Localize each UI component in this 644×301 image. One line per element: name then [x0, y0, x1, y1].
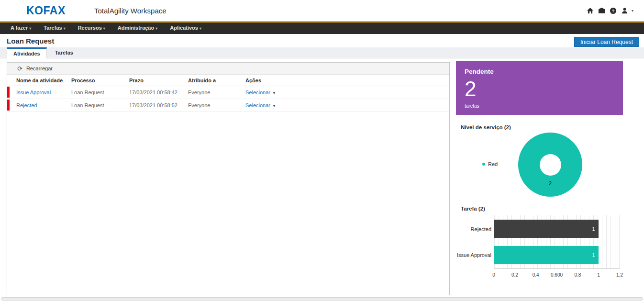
select-action-label: Selecionar — [245, 89, 270, 95]
chevron-down-icon: ▾ — [103, 26, 105, 31]
col-header-due: Prazo — [129, 78, 188, 83]
process-cell: Loan Request — [71, 102, 129, 108]
x-tick-label: 0.4 — [533, 272, 539, 278]
bar-category-label: Rejected — [471, 226, 491, 232]
footer-bar — [1, 297, 643, 301]
x-tick-label: 0.600 — [551, 272, 563, 278]
legend-marker-icon — [482, 163, 485, 166]
chevron-down-icon: ▾ — [200, 26, 201, 31]
tab-atividades[interactable]: Atividades — [7, 47, 47, 58]
bar-value-label: 1 — [592, 226, 595, 232]
nav-item-label: Recursos — [78, 25, 102, 31]
actions-cell: Selecionar▼ — [245, 102, 449, 108]
nav-item-label: A fazer — [11, 25, 28, 31]
page-title: Loan Request — [7, 37, 54, 45]
table-row: Rejected Loan Request 17/03/2021 00:58:5… — [7, 99, 449, 112]
x-tick-label: 0.2 — [511, 272, 518, 278]
x-tick-label: 1.2 — [616, 272, 623, 278]
service-level-chart-title: Nível de serviço (2) — [461, 124, 511, 130]
x-axis-ticks: 0 0.2 0.4 0.600 0.8 1 1.2 — [494, 272, 620, 278]
app-title: TotalAgility Workspace — [94, 7, 167, 15]
user-menu-caret-icon[interactable]: ▾ — [632, 9, 633, 13]
activity-link[interactable]: Rejected — [16, 102, 37, 108]
top-header: KOFAX TotalAgility Workspace ? ▾ — [0, 0, 644, 21]
x-tick-label: 1 — [597, 272, 600, 278]
nav-item-a-fazer[interactable]: A fazer▾ — [4, 22, 37, 34]
actions-cell: Selecionar▼ — [245, 89, 449, 95]
pending-summary-card[interactable]: Pendente 2 tarefas — [456, 61, 623, 115]
dropdown-caret-icon[interactable]: ▼ — [272, 104, 276, 108]
activity-name-cell: Issue Approval — [7, 89, 71, 95]
task-chart-title: Tarefa (2) — [461, 206, 485, 212]
kofax-logo: KOFAX — [26, 4, 66, 17]
priority-flag — [7, 87, 10, 98]
svg-text:?: ? — [612, 8, 615, 13]
donut-hole — [540, 154, 561, 176]
col-header-actions: Ações — [245, 78, 449, 83]
user-icon[interactable] — [621, 7, 629, 14]
tabs: Atividades Tarefas — [7, 47, 81, 58]
activity-name-cell: Rejected — [7, 102, 71, 108]
start-loan-request-button[interactable]: Iniciar Loan Request — [574, 37, 639, 47]
table-row: Issue Approval Loan Request 17/03/2021 0… — [7, 86, 449, 99]
home-icon[interactable] — [587, 7, 594, 14]
chevron-down-icon: ▾ — [155, 26, 157, 31]
bar-issue-approval[interactable]: 1 — [494, 246, 599, 264]
task-bar-chart-plot: 1 1 — [494, 215, 620, 269]
nav-item-recursos[interactable]: Recursos▾ — [72, 22, 111, 34]
card-title: Pendente — [465, 68, 614, 75]
due-cell: 17/03/2021 00:58:42 — [129, 89, 188, 95]
nav-item-tarefas[interactable]: Tarefas▾ — [37, 22, 71, 34]
card-count: 2 — [465, 78, 614, 100]
donut-legend[interactable]: Red — [482, 161, 498, 167]
col-header-process: Processo — [71, 78, 129, 83]
col-header-name: Nome da atividade — [7, 78, 71, 83]
table-header-row: Nome da atividade Processo Prazo Atribuí… — [7, 75, 449, 86]
due-cell: 17/03/2021 00:58:52 — [129, 102, 188, 108]
select-action-dropdown[interactable]: Selecionar — [245, 89, 270, 95]
app-window: KOFAX TotalAgility Workspace ? ▾ A fazer… — [0, 0, 644, 301]
dropdown-caret-icon[interactable]: ▼ — [272, 91, 276, 95]
legend-label: Red — [488, 161, 498, 167]
assigned-cell: Everyone — [188, 89, 245, 95]
assigned-cell: Everyone — [188, 102, 245, 108]
chevron-down-icon: ▾ — [29, 26, 31, 31]
reload-label: Recarregar — [26, 66, 53, 71]
nav-item-label: Tarefas — [44, 25, 62, 31]
refresh-icon: ⟳ — [17, 66, 22, 72]
select-action-dropdown[interactable]: Selecionar — [245, 102, 270, 108]
help-icon[interactable]: ? — [610, 7, 617, 14]
main-nav: A fazer▾ Tarefas▾ Recursos▾ Administraçã… — [0, 21, 644, 34]
select-action-label: Selecionar — [245, 102, 270, 108]
nav-item-aplicativos[interactable]: Aplicativos▾ — [164, 22, 208, 34]
col-header-assigned: Atribuído a — [188, 78, 245, 83]
nav-item-administracao[interactable]: Administração▾ — [111, 22, 164, 34]
priority-flag — [7, 100, 10, 111]
nav-item-label: Administração — [118, 25, 154, 31]
bar-category-label: Issue Approval — [457, 252, 491, 258]
x-tick-label: 0.8 — [574, 272, 581, 278]
activity-link[interactable]: Issue Approval — [16, 89, 51, 95]
bar-value-label: 1 — [592, 253, 595, 258]
service-level-donut-chart[interactable]: 2 — [518, 133, 582, 197]
reload-button[interactable]: ⟳ Recarregar — [7, 63, 449, 75]
process-cell: Loan Request — [71, 89, 129, 95]
donut-value-label: 2 — [549, 180, 552, 186]
x-tick-label: 0 — [492, 272, 495, 278]
bar-rejected[interactable]: 1 — [494, 220, 599, 238]
header-icons: ? ▾ — [587, 0, 633, 21]
card-unit: tarefas — [465, 103, 614, 109]
chevron-down-icon: ▾ — [64, 26, 66, 31]
activities-panel: ⟳ Recarregar Nome da atividade Processo … — [7, 62, 450, 295]
mail-icon[interactable] — [598, 7, 606, 14]
nav-item-label: Aplicativos — [170, 25, 198, 31]
tab-strip: Atividades Tarefas — [0, 47, 644, 58]
tab-tarefas[interactable]: Tarefas — [47, 47, 81, 58]
